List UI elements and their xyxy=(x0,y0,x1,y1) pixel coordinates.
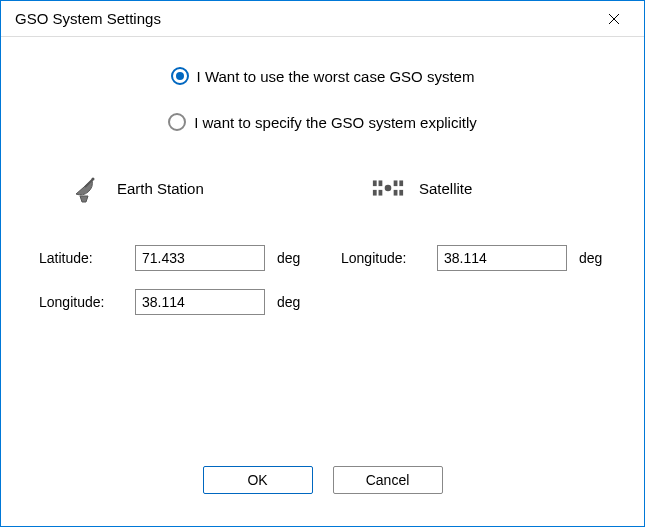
ok-button[interactable]: OK xyxy=(203,466,313,494)
window-title: GSO System Settings xyxy=(15,10,594,27)
latitude-input[interactable] xyxy=(135,245,265,271)
earth-station-header: Earth Station xyxy=(39,171,313,205)
svg-rect-5 xyxy=(373,190,377,196)
dialog-window: GSO System Settings I Want to use the wo… xyxy=(0,0,645,527)
sat-longitude-input[interactable] xyxy=(437,245,567,271)
svg-rect-4 xyxy=(373,180,377,186)
svg-rect-11 xyxy=(399,180,403,186)
sat-longitude-label: Longitude: xyxy=(341,250,429,266)
svg-rect-9 xyxy=(394,180,398,186)
dialog-content: I Want to use the worst case GSO system … xyxy=(1,37,644,526)
earth-station-pane: Earth Station Latitude: deg Longitude: d… xyxy=(31,171,321,448)
es-longitude-field: Longitude: deg xyxy=(39,289,313,315)
svg-rect-12 xyxy=(399,190,403,196)
radio-indicator-icon xyxy=(171,67,189,85)
radio-indicator-icon xyxy=(168,113,186,131)
svg-rect-7 xyxy=(379,190,383,196)
svg-point-8 xyxy=(385,185,392,192)
satellite-title: Satellite xyxy=(419,180,472,197)
svg-rect-6 xyxy=(379,180,383,186)
radio-explicit[interactable]: I want to specify the GSO system explici… xyxy=(168,113,477,131)
sat-longitude-unit: deg xyxy=(575,250,615,266)
radio-worst-case[interactable]: I Want to use the worst case GSO system xyxy=(171,67,475,85)
radio-label: I Want to use the worst case GSO system xyxy=(197,68,475,85)
cancel-button[interactable]: Cancel xyxy=(333,466,443,494)
gso-mode-radio-group: I Want to use the worst case GSO system … xyxy=(31,67,614,131)
close-button[interactable] xyxy=(594,4,634,34)
satellite-pane: Satellite Longitude: deg xyxy=(333,171,623,448)
button-bar: OK Cancel xyxy=(31,448,614,516)
earth-station-title: Earth Station xyxy=(117,180,204,197)
svg-point-3 xyxy=(92,178,95,181)
sat-longitude-field: Longitude: deg xyxy=(341,245,615,271)
es-longitude-input[interactable] xyxy=(135,289,265,315)
svg-rect-10 xyxy=(394,190,398,196)
latitude-field: Latitude: deg xyxy=(39,245,313,271)
es-longitude-label: Longitude: xyxy=(39,294,127,310)
satellite-dish-icon xyxy=(69,171,103,205)
es-longitude-unit: deg xyxy=(273,294,313,310)
radio-label: I want to specify the GSO system explici… xyxy=(194,114,477,131)
titlebar: GSO System Settings xyxy=(1,1,644,37)
panes: Earth Station Latitude: deg Longitude: d… xyxy=(31,171,614,448)
satellite-header: Satellite xyxy=(341,171,615,205)
satellite-icon xyxy=(371,171,405,205)
close-icon xyxy=(608,13,620,25)
latitude-label: Latitude: xyxy=(39,250,127,266)
latitude-unit: deg xyxy=(273,250,313,266)
